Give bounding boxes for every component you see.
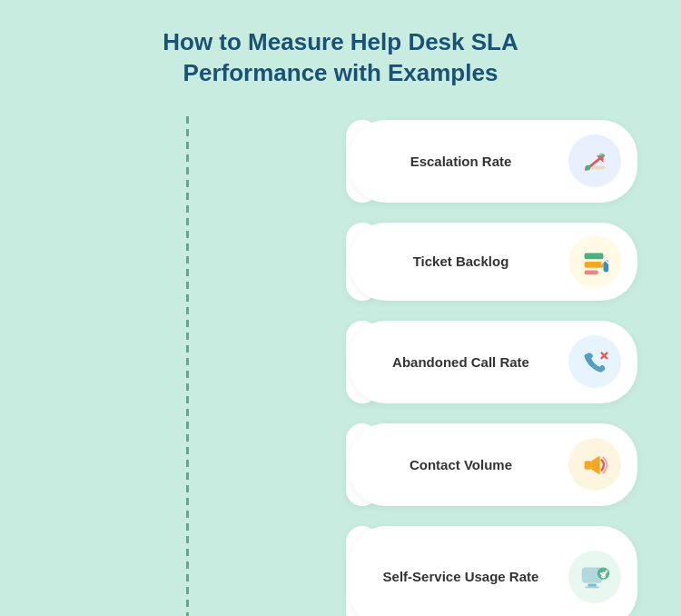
acr-label: Abandoned Call Rate bbox=[366, 353, 556, 372]
main-container: How to Measure Help Desk SLA Performance… bbox=[0, 0, 681, 616]
ssur-label: Self-Service Usage Rate bbox=[366, 567, 556, 586]
phone-missed-icon bbox=[568, 335, 621, 388]
self-service-icon: $ bbox=[568, 551, 621, 603]
svg-point-8 bbox=[599, 154, 605, 159]
ticket-stack-icon bbox=[568, 235, 621, 288]
svg-rect-26 bbox=[586, 586, 599, 588]
card-tb: Ticket Backlog bbox=[350, 223, 637, 301]
speaker-icon bbox=[568, 438, 621, 491]
card-cv: Contact Volume bbox=[350, 423, 637, 506]
escalation-icon bbox=[568, 134, 621, 187]
svg-rect-10 bbox=[585, 253, 604, 259]
vertical-divider bbox=[36, 116, 339, 616]
cv-label: Contact Volume bbox=[366, 455, 556, 474]
card-ssur: $ Self-Service Usage Rate bbox=[350, 526, 637, 616]
svg-rect-11 bbox=[585, 262, 604, 268]
page-title: How to Measure Help Desk SLA Performance… bbox=[36, 27, 645, 89]
er-label: Escalation Rate bbox=[366, 152, 556, 171]
card-acr: Abandoned Call Rate bbox=[350, 321, 637, 403]
svg-rect-22 bbox=[585, 461, 592, 470]
metrics-grid: First Response Time Escalation Rate bbox=[36, 116, 645, 616]
tb-label: Ticket Backlog bbox=[366, 252, 556, 271]
svg-marker-23 bbox=[591, 456, 600, 475]
svg-rect-25 bbox=[587, 583, 597, 586]
svg-rect-12 bbox=[585, 270, 598, 274]
svg-point-7 bbox=[586, 165, 591, 171]
card-er: Escalation Rate bbox=[350, 120, 637, 203]
